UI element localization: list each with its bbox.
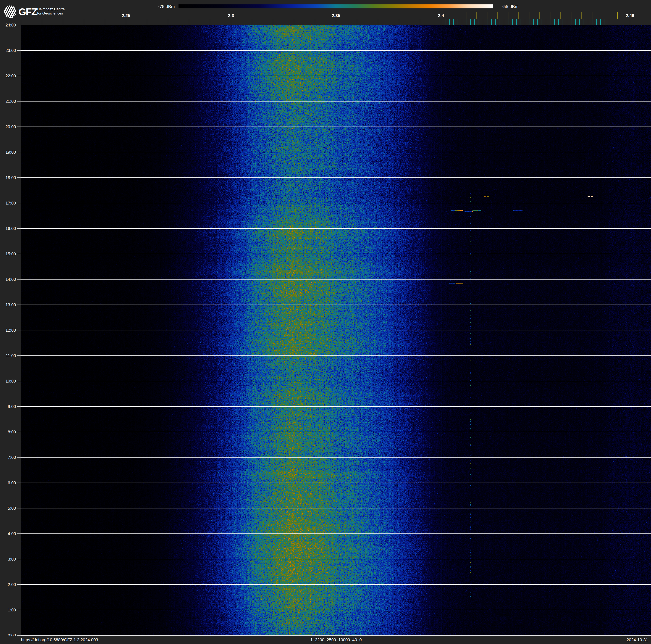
hour-tick	[17, 457, 21, 458]
hour-tick	[17, 76, 21, 76]
ble-channel-tick	[466, 19, 466, 25]
hour-gridline	[21, 50, 651, 51]
hour-label: 16:00	[1, 226, 16, 231]
ble-channel-tick	[567, 19, 567, 25]
colorbar	[179, 4, 493, 8]
hour-gridline	[21, 381, 651, 381]
ble-channel-tick	[609, 19, 609, 25]
wifi-channel-tick	[497, 12, 498, 19]
freq-minor-tick	[294, 19, 294, 25]
ble-channel-tick	[584, 19, 584, 25]
wifi-channel-tick	[519, 12, 519, 19]
ble-channel-tick	[462, 19, 462, 25]
hour-gridline	[21, 304, 651, 305]
hour-tick	[17, 584, 21, 585]
hour-gridline	[21, 406, 651, 407]
wifi-channel-tick	[529, 12, 529, 19]
freq-tick-label: 2.49	[621, 13, 640, 18]
ble-channel-tick	[596, 19, 597, 25]
freq-minor-tick	[630, 19, 630, 25]
wifi-channel-tick	[466, 12, 466, 19]
hour-label: 15:00	[1, 251, 16, 257]
hour-label: 24:00	[1, 22, 16, 28]
hour-gridline	[21, 508, 651, 508]
wifi-channel-tick	[508, 12, 508, 19]
freq-minor-tick	[399, 19, 399, 25]
hour-label: 20:00	[1, 124, 16, 129]
hour-tick	[17, 559, 21, 559]
freq-tick-label: 2.4	[432, 13, 451, 18]
ble-channel-tick	[537, 19, 538, 25]
ble-channel-tick	[521, 19, 521, 25]
freq-minor-tick	[168, 19, 168, 25]
hour-gridline	[21, 533, 651, 534]
hour-label: 8:00	[1, 429, 16, 435]
hour-label: 23:00	[1, 48, 16, 53]
dataset-id-label: 1_2200_2500_10000_40_0	[21, 636, 651, 644]
ble-channel-tick	[588, 19, 588, 25]
hour-label: 12:00	[1, 327, 16, 333]
freq-minor-tick	[231, 19, 231, 25]
hour-gridline	[21, 228, 651, 229]
freq-minor-tick	[63, 19, 63, 25]
ble-channel-tick	[575, 19, 576, 25]
ble-channel-tick	[546, 19, 546, 25]
hour-label: 2:00	[1, 582, 16, 587]
freq-minor-tick	[273, 19, 273, 25]
hour-tick	[17, 406, 21, 407]
hour-gridline	[21, 610, 651, 610]
ble-channel-tick	[571, 19, 571, 25]
hour-gridline	[21, 101, 651, 101]
hour-tick	[17, 533, 21, 534]
hour-tick	[17, 228, 21, 229]
freq-minor-tick	[189, 19, 189, 25]
hour-label: 13:00	[1, 302, 16, 308]
hour-gridline	[21, 152, 651, 152]
gfz-logo-icon	[4, 5, 17, 18]
hour-tick	[17, 126, 21, 127]
freq-minor-tick	[210, 19, 210, 25]
colorbar-max-label: -55 dBm	[502, 4, 544, 9]
hour-tick	[17, 25, 21, 25]
ble-channel-tick	[487, 19, 488, 25]
hour-label: 14:00	[1, 276, 16, 282]
ble-channel-tick	[478, 19, 479, 25]
hour-tick	[17, 254, 21, 254]
ble-channel-tick	[604, 19, 605, 25]
wifi-channel-tick	[560, 12, 561, 19]
ble-channel-tick	[449, 19, 450, 25]
ble-channel-tick	[474, 19, 475, 25]
hour-tick	[17, 610, 21, 610]
wifi-channel-tick	[539, 12, 540, 19]
logo-subtitle-line1: Helmholtz Centre	[37, 7, 65, 11]
ble-channel-tick	[592, 19, 592, 25]
ble-channel-tick	[495, 19, 496, 25]
hour-tick	[17, 152, 21, 152]
logo-brand: GFZ	[19, 6, 37, 18]
hour-label: 3:00	[1, 556, 16, 562]
ble-channel-tick	[445, 19, 445, 25]
hour-gridline	[21, 254, 651, 254]
ble-channel-tick	[525, 19, 525, 25]
hour-label: 4:00	[1, 531, 16, 536]
ble-channel-tick	[541, 19, 542, 25]
wifi-channel-tick	[592, 12, 592, 19]
hour-tick	[17, 355, 21, 356]
freq-minor-tick	[420, 19, 420, 25]
hour-gridline	[21, 76, 651, 76]
ble-channel-tick	[517, 19, 517, 25]
freq-minor-tick	[84, 19, 84, 25]
freq-tick-label: 2.35	[327, 13, 345, 18]
hour-tick	[17, 304, 21, 305]
hour-label: 5:00	[1, 505, 16, 511]
hour-label: 19:00	[1, 149, 16, 155]
hour-tick	[17, 432, 21, 432]
hour-label: 17:00	[1, 200, 16, 206]
wifi-channel-tick	[571, 12, 571, 19]
freq-tick-label: 2.25	[117, 13, 135, 18]
freq-minor-tick	[315, 19, 315, 25]
hour-label: 9:00	[1, 404, 16, 409]
ble-channel-tick	[600, 19, 601, 25]
freq-tick-label: 2.3	[222, 13, 241, 18]
colorbar-min-label: -75 dBm	[136, 4, 175, 9]
